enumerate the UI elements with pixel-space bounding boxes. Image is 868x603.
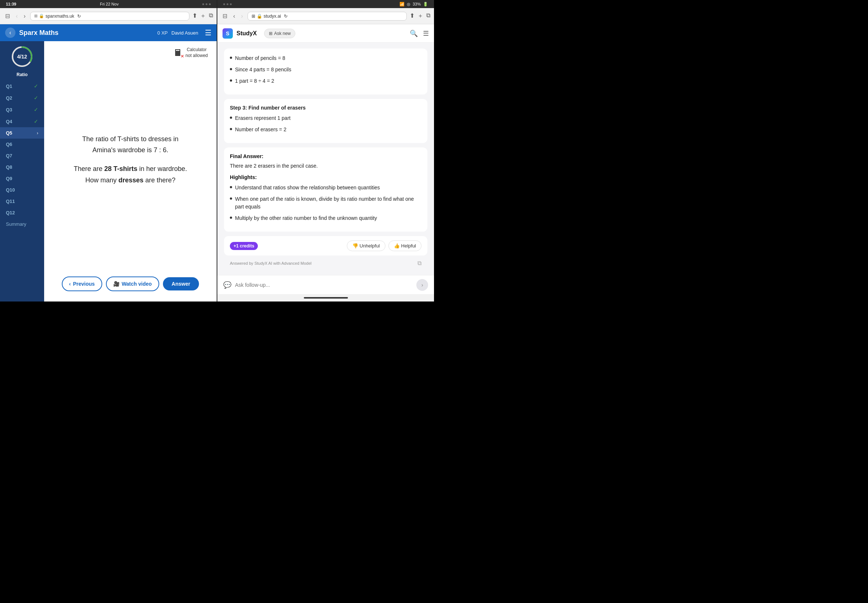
number-28: 28 bbox=[104, 165, 111, 172]
highlight1-text: Understand that ratios show the relation… bbox=[235, 184, 380, 192]
sidebar-item-q7[interactable]: Q7 bbox=[0, 150, 44, 161]
sidebar-item-q11[interactable]: Q11 bbox=[0, 196, 44, 207]
header-back-btn[interactable]: ‹ bbox=[5, 28, 15, 38]
sidebar-item-q4[interactable]: Q4 ✓ bbox=[0, 116, 44, 127]
dot3 bbox=[209, 3, 211, 5]
partial-pencils-text: Number of pencils = 8 bbox=[235, 54, 285, 62]
dot1 bbox=[202, 3, 204, 5]
tabs-icon[interactable]: ⧉ bbox=[209, 12, 213, 20]
bullet-dot2 bbox=[230, 68, 232, 70]
bullet-dot8 bbox=[230, 216, 232, 219]
credits-badge: +1 credits bbox=[230, 242, 258, 250]
final-answer-text: There are 2 erasers in the pencil case. bbox=[230, 162, 421, 170]
sidebar-item-q3[interactable]: Q3 ✓ bbox=[0, 104, 44, 116]
share-icon[interactable]: ⬆ bbox=[192, 12, 197, 20]
rdot3 bbox=[230, 3, 232, 5]
xp-badge: 0 XP bbox=[158, 30, 168, 36]
right-back-btn[interactable]: ‹ bbox=[232, 12, 237, 20]
svg-text:4/12: 4/12 bbox=[17, 54, 27, 60]
sidebar-item-q8[interactable]: Q8 bbox=[0, 161, 44, 173]
q4-label: Q4 bbox=[6, 119, 12, 124]
right-url-text: studyx.ai bbox=[264, 14, 281, 19]
step2-partial-section: Number of pencils = 8 Since 4 parts = 8 … bbox=[224, 48, 427, 94]
right-add-tab-icon[interactable]: ＋ bbox=[418, 12, 423, 20]
previous-button[interactable]: ‹ Previous bbox=[62, 277, 102, 291]
highlight3-item: Multiply by the other ratio number to fi… bbox=[230, 214, 421, 222]
studyx-header: S StudyX ⊞ Ask new 🔍 ☰ bbox=[217, 24, 434, 43]
unhelpful-button[interactable]: 👎 Unhelpful bbox=[347, 240, 385, 251]
right-status-dots bbox=[223, 3, 232, 5]
sidebar-item-q2[interactable]: Q2 ✓ bbox=[0, 92, 44, 104]
q5-label: Q5 bbox=[6, 130, 12, 136]
date-display: Fri 22 Nov bbox=[100, 2, 119, 6]
menu-button[interactable]: ☰ bbox=[423, 29, 429, 37]
since-pencils-text: Since 4 parts = 8 pencils bbox=[235, 66, 291, 74]
right-share-icon[interactable]: ⬆ bbox=[410, 12, 415, 20]
back-btn[interactable]: ‹ bbox=[14, 12, 19, 20]
erasers-count-text: Number of erasers = 2 bbox=[235, 126, 286, 133]
app-title: Sparx Maths bbox=[19, 29, 154, 37]
studyx-content: Number of pencils = 8 Since 4 parts = 8 … bbox=[217, 43, 434, 275]
sidebar-item-q5[interactable]: Q5 › bbox=[0, 127, 44, 139]
right-sidebar-toggle[interactable]: ⊟ bbox=[221, 12, 229, 20]
video-camera-icon: 🎥 bbox=[113, 281, 119, 287]
answer-button[interactable]: Answer bbox=[163, 277, 200, 291]
right-refresh-icon: ↻ bbox=[284, 14, 288, 19]
copy-button[interactable]: ⧉ bbox=[418, 260, 421, 267]
watch-video-button[interactable]: 🎥 Watch video bbox=[106, 277, 159, 291]
right-tabs-icon[interactable]: ⧉ bbox=[426, 12, 430, 20]
highlight3-text: Multiply by the other ratio number to fi… bbox=[235, 214, 377, 222]
browser-toolbar: ⬆ ＋ ⧉ bbox=[192, 12, 213, 20]
sidebar-item-q9[interactable]: Q9 bbox=[0, 173, 44, 184]
question-text-area: The ratio of T-shirts to dresses in Amin… bbox=[53, 47, 208, 272]
search-button[interactable]: 🔍 bbox=[410, 29, 418, 37]
url-bar[interactable]: ⊞ 🔒 sparxmaths.uk ↻ bbox=[30, 12, 189, 20]
forward-btn[interactable]: › bbox=[22, 12, 27, 20]
question-line4: How many dresses are there? bbox=[85, 175, 175, 186]
calculator-text: Calculatornot allowed bbox=[186, 47, 208, 59]
send-button[interactable]: › bbox=[416, 279, 428, 291]
left-browser-bar: ⊟ ‹ › ⊞ 🔒 sparxmaths.uk ↻ ⬆ ＋ ⧉ bbox=[0, 8, 217, 24]
step3-heading: Step 3: Find number of erasers bbox=[230, 105, 421, 111]
q2-check-icon: ✓ bbox=[34, 95, 38, 101]
sidebar-item-q1[interactable]: Q1 ✓ bbox=[0, 80, 44, 92]
since-pencils-item: Since 4 parts = 8 pencils bbox=[230, 66, 421, 74]
summary-link[interactable]: Summary bbox=[0, 218, 44, 230]
sidebar-item-q12[interactable]: Q12 bbox=[0, 207, 44, 218]
right-browser-toolbar: ⬆ ＋ ⧉ bbox=[410, 12, 430, 20]
hamburger-menu-icon[interactable]: ☰ bbox=[205, 28, 212, 37]
q5-arrow-icon: › bbox=[37, 130, 38, 136]
status-dots bbox=[202, 3, 211, 5]
right-https-lock: 🔒 bbox=[257, 14, 262, 19]
calculator-x-icon: ✕ bbox=[181, 54, 184, 59]
step3-section: Step 3: Find number of erasers Erasers r… bbox=[224, 99, 427, 143]
q1-label: Q1 bbox=[6, 83, 12, 89]
helpful-button[interactable]: 👍 Helpful bbox=[388, 240, 421, 251]
battery-text: 33% bbox=[413, 2, 421, 6]
highlight2-text: When one part of the ratio is known, div… bbox=[235, 195, 421, 211]
sidebar-item-q6[interactable]: Q6 bbox=[0, 139, 44, 150]
progress-circle: 4/12 bbox=[10, 45, 34, 70]
ask-followup-bar[interactable]: 💬 › bbox=[217, 275, 434, 294]
add-tab-icon[interactable]: ＋ bbox=[200, 12, 206, 20]
question-line2: Amina's wardrobe is 7 : 6. bbox=[92, 144, 169, 156]
q1-check-icon: ✓ bbox=[34, 83, 38, 89]
partial-pencils-item: Number of pencils = 8 bbox=[230, 54, 421, 62]
lock-icon: ⊞ bbox=[34, 14, 37, 19]
erasers-part-item: Erasers represent 1 part bbox=[230, 114, 421, 122]
main-content: 4/12 Ratio Q1 ✓ Q2 ✓ Q3 ✓ Q4 ✓ bbox=[0, 41, 217, 302]
bullet-dot5 bbox=[230, 128, 232, 130]
sidebar-toggle-btn[interactable]: ⊟ bbox=[4, 12, 11, 20]
highlight2-item: When one part of the ratio is known, div… bbox=[230, 195, 421, 211]
calculator-icon: 🖩 ✕ bbox=[173, 48, 183, 58]
right-url-bar[interactable]: ⊞ 🔒 studyx.ai ↻ bbox=[248, 12, 407, 20]
right-status-bar: 📶 ◎ 33% 🔋 bbox=[217, 0, 434, 8]
right-forward-btn[interactable]: › bbox=[240, 12, 244, 20]
followup-input[interactable] bbox=[235, 282, 413, 288]
final-answer-heading: Final Answer: bbox=[230, 153, 421, 159]
studyx-logo: S bbox=[223, 28, 233, 39]
sidebar-item-q10[interactable]: Q10 bbox=[0, 184, 44, 196]
answered-by-bar: Answered by StudyX AI with Advanced Mode… bbox=[224, 258, 427, 269]
ask-new-button[interactable]: ⊞ Ask new bbox=[264, 29, 296, 38]
time-display: 11:39 bbox=[6, 2, 16, 6]
